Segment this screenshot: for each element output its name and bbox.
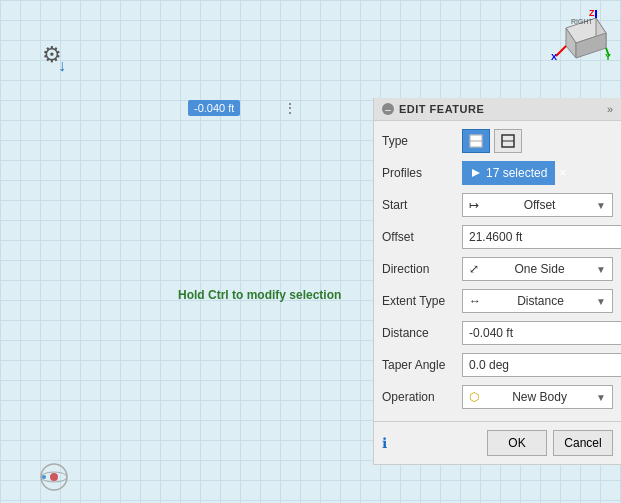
start-row: Start ↦ Offset ▼: [374, 189, 621, 221]
svg-point-13: [50, 473, 58, 481]
taper-angle-row: Taper Angle: [374, 349, 621, 381]
start-icon: ↦: [469, 198, 479, 212]
orbit-icon: [38, 461, 70, 493]
distance-input[interactable]: [462, 321, 621, 345]
offset-input[interactable]: [462, 225, 621, 249]
operation-value: ⬡ New Body ▼: [462, 385, 613, 409]
direction-icon: ⤢: [469, 262, 479, 276]
direction-arrow-icon: ▼: [596, 264, 606, 275]
distance-label: Distance: [382, 326, 462, 340]
start-arrow-icon: ▼: [596, 200, 606, 211]
profiles-button[interactable]: 17 selected: [462, 161, 555, 185]
offset-value: [462, 225, 621, 249]
type-icon-solid[interactable]: [462, 129, 490, 153]
direction-row: Direction ⤢ One Side ▼: [374, 253, 621, 285]
taper-angle-value: [462, 353, 621, 377]
offset-label: Offset: [382, 230, 462, 244]
extent-type-label: Extent Type: [382, 294, 462, 308]
operation-row: Operation ⬡ New Body ▼: [374, 381, 621, 413]
extent-type-arrow-icon: ▼: [596, 296, 606, 307]
measurement-label: -0.040 ft: [188, 100, 240, 116]
type-value: [462, 129, 613, 153]
operation-dropdown[interactable]: ⬡ New Body ▼: [462, 385, 613, 409]
profiles-clear-button[interactable]: ×: [559, 166, 566, 180]
distance-value: [462, 321, 621, 345]
cancel-button[interactable]: Cancel: [553, 430, 613, 456]
extent-type-row: Extent Type ↔ Distance ▼: [374, 285, 621, 317]
collapse-button[interactable]: »: [607, 103, 613, 115]
panel-title: EDIT FEATURE: [399, 103, 484, 115]
start-label: Start: [382, 198, 462, 212]
panel-body: Type Profiles 17 selected ×: [374, 121, 621, 417]
start-text: Offset: [524, 198, 556, 212]
profiles-value: 17 selected ×: [462, 161, 613, 185]
direction-label: Direction: [382, 262, 462, 276]
ok-button[interactable]: OK: [487, 430, 547, 456]
profiles-row: Profiles 17 selected ×: [374, 157, 621, 189]
distance-row: Distance: [374, 317, 621, 349]
extent-type-value: ↔ Distance ▼: [462, 289, 613, 313]
operation-label: Operation: [382, 390, 462, 404]
operation-icon: ⬡: [469, 390, 479, 404]
info-icon[interactable]: ℹ: [382, 435, 387, 451]
svg-text:RIGHT: RIGHT: [571, 18, 594, 25]
arrow-down-icon: ↓: [58, 57, 66, 75]
direction-dropdown[interactable]: ⤢ One Side ▼: [462, 257, 613, 281]
type-row: Type: [374, 125, 621, 157]
svg-line-4: [556, 46, 566, 56]
edit-feature-panel: – EDIT FEATURE » Type Profiles: [373, 98, 621, 465]
svg-text:Z: Z: [589, 8, 595, 18]
taper-angle-label: Taper Angle: [382, 358, 462, 372]
offset-row: Offset: [374, 221, 621, 253]
type-icon-surface[interactable]: [494, 129, 522, 153]
cube-3d-icon: Z Y X RIGHT: [551, 8, 611, 63]
operation-text: New Body: [512, 390, 567, 404]
direction-text: One Side: [515, 262, 565, 276]
extent-type-text: Distance: [517, 294, 564, 308]
minimize-button[interactable]: –: [382, 103, 394, 115]
operation-arrow-icon: ▼: [596, 392, 606, 403]
svg-point-14: [42, 475, 46, 479]
hint-text: Hold Ctrl to modify selection: [178, 288, 341, 302]
svg-text:X: X: [551, 52, 557, 62]
measurement-dots[interactable]: ⋮: [283, 100, 298, 116]
panel-header: – EDIT FEATURE »: [374, 98, 621, 121]
taper-angle-input[interactable]: [462, 353, 621, 377]
panel-footer: ℹ OK Cancel: [374, 421, 621, 464]
start-dropdown[interactable]: ↦ Offset ▼: [462, 193, 613, 217]
profiles-label: Profiles: [382, 166, 462, 180]
start-value: ↦ Offset ▼: [462, 193, 613, 217]
extent-icon: ↔: [469, 294, 481, 308]
direction-value: ⤢ One Side ▼: [462, 257, 613, 281]
extent-type-dropdown[interactable]: ↔ Distance ▼: [462, 289, 613, 313]
type-label: Type: [382, 134, 462, 148]
svg-text:Y: Y: [605, 52, 611, 62]
